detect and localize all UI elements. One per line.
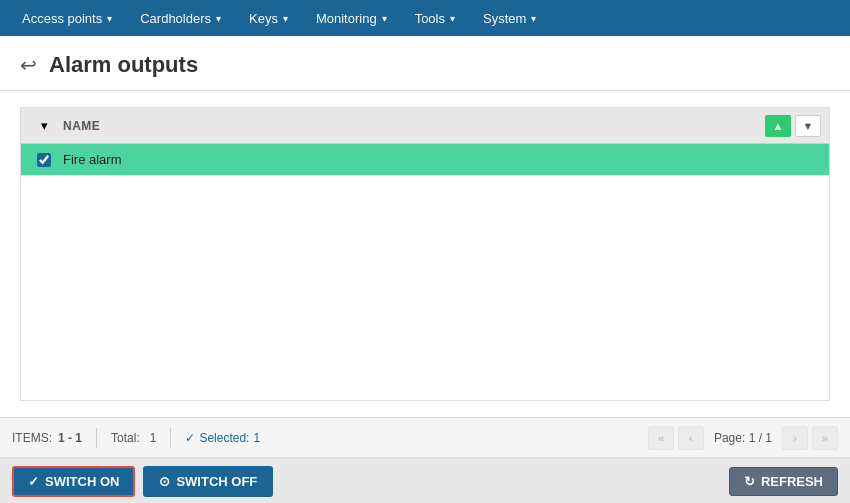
page-label: Page: 1 / 1 (708, 431, 778, 445)
nav-tools-chevron: ▾ (450, 13, 455, 24)
first-page-button[interactable]: « (648, 426, 674, 450)
header-actions: ▲ ▼ (765, 115, 821, 137)
table-header: ▾ NAME ▲ ▼ (21, 108, 829, 144)
column-name-header: NAME (59, 119, 765, 133)
nav-system-label: System (483, 11, 526, 26)
pagination: « ‹ Page: 1 / 1 › » (648, 426, 838, 450)
row-checkbox[interactable] (37, 153, 51, 167)
table-container: ▾ NAME ▲ ▼ Fire alarm (20, 107, 830, 401)
page-label-text: Page: (714, 431, 745, 445)
footer-selected-section: ✓ Selected: 1 (185, 431, 260, 445)
row-checkbox-container[interactable] (29, 153, 59, 167)
nav-monitoring-label: Monitoring (316, 11, 377, 26)
table-row[interactable]: Fire alarm (21, 144, 829, 176)
nav-system[interactable]: System ▾ (469, 0, 550, 36)
switch-off-label: SWITCH OFF (176, 474, 257, 489)
alarm-outputs-icon: ↩ (20, 53, 37, 77)
page-title-bar: ↩ Alarm outputs (0, 36, 850, 91)
check-icon: ✓ (28, 474, 39, 489)
filter-button[interactable]: ▼ (795, 115, 821, 137)
nav-tools[interactable]: Tools ▾ (401, 0, 469, 36)
refresh-icon: ↻ (744, 474, 755, 489)
nav-keys[interactable]: Keys ▾ (235, 0, 302, 36)
nav-system-chevron: ▾ (531, 13, 536, 24)
check-icon: ✓ (185, 431, 195, 445)
selected-label: Selected: (199, 431, 249, 445)
nav-keys-chevron: ▾ (283, 13, 288, 24)
navbar: Access points ▾ Cardholders ▾ Keys ▾ Mon… (0, 0, 850, 36)
switch-on-label: SWITCH ON (45, 474, 119, 489)
next-page-button[interactable]: › (782, 426, 808, 450)
nav-keys-label: Keys (249, 11, 278, 26)
selected-value: 1 (253, 431, 260, 445)
prev-page-button[interactable]: ‹ (678, 426, 704, 450)
refresh-button[interactable]: ↻ REFRESH (729, 467, 838, 496)
nav-cardholders-chevron: ▾ (216, 13, 221, 24)
items-label: ITEMS: (12, 431, 52, 445)
table-area: ▾ NAME ▲ ▼ Fire alarm (0, 91, 850, 417)
nav-cardholders-label: Cardholders (140, 11, 211, 26)
nav-cardholders[interactable]: Cardholders ▾ (126, 0, 235, 36)
nav-monitoring[interactable]: Monitoring ▾ (302, 0, 401, 36)
footer-bar: ITEMS: 1 - 1 Total: 1 ✓ Selected: 1 « ‹ … (0, 417, 850, 457)
last-page-button[interactable]: » (812, 426, 838, 450)
total-label: Total: (111, 431, 140, 445)
column-toggle[interactable]: ▾ (29, 118, 59, 133)
footer-divider-2 (170, 428, 171, 448)
switch-off-button[interactable]: ⊙ SWITCH OFF (143, 466, 273, 497)
refresh-label: REFRESH (761, 474, 823, 489)
row-name: Fire alarm (59, 152, 821, 167)
action-bar: ✓ SWITCH ON ⊙ SWITCH OFF ↻ REFRESH (0, 457, 850, 503)
nav-access-points-chevron: ▾ (107, 13, 112, 24)
add-button[interactable]: ▲ (765, 115, 791, 137)
nav-monitoring-chevron: ▾ (382, 13, 387, 24)
total-value: 1 (150, 431, 157, 445)
circle-icon: ⊙ (159, 474, 170, 489)
nav-tools-label: Tools (415, 11, 445, 26)
items-range: 1 - 1 (58, 431, 82, 445)
footer-items-section: ITEMS: 1 - 1 (12, 431, 82, 445)
chevron-down-icon: ▾ (41, 118, 48, 133)
table-body: Fire alarm (21, 144, 829, 400)
switch-on-button[interactable]: ✓ SWITCH ON (12, 466, 135, 497)
page-title: Alarm outputs (49, 52, 198, 78)
nav-access-points-label: Access points (22, 11, 102, 26)
nav-access-points[interactable]: Access points ▾ (8, 0, 126, 36)
footer-divider-1 (96, 428, 97, 448)
page-content: ↩ Alarm outputs ▾ NAME ▲ ▼ (0, 36, 850, 503)
page-value: 1 / 1 (749, 431, 772, 445)
